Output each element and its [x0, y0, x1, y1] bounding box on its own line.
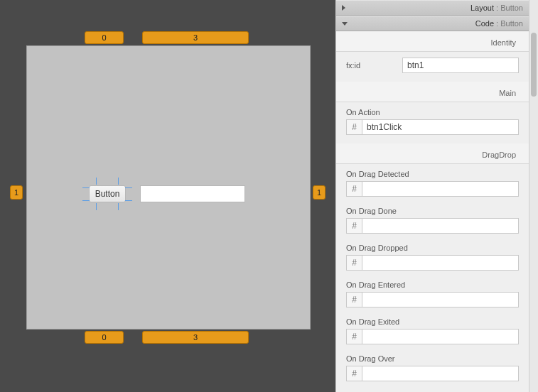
- event-field-input[interactable]: [362, 218, 519, 234]
- hash-icon: #: [346, 292, 362, 307]
- on-action-input[interactable]: [362, 119, 519, 135]
- event-field-label: On Drag Exited: [346, 317, 519, 326]
- event-field-label: On Drag Dropped: [346, 244, 519, 252]
- event-field-row: On Drag Exited#: [336, 312, 529, 349]
- event-field-input[interactable]: [362, 255, 519, 271]
- ruler-pill: 0: [85, 331, 124, 344]
- event-field-input[interactable]: [362, 292, 519, 307]
- hash-icon: #: [346, 255, 362, 271]
- design-canvas[interactable]: 03 1 1 Button 03: [0, 0, 335, 392]
- event-field-label: On Drag Over: [346, 354, 519, 363]
- ruler-right: 1: [313, 185, 326, 200]
- group-title-dragdrop: DragDrop: [336, 143, 529, 164]
- section-subtitle-layout: : Button: [494, 4, 523, 12]
- event-field-row: On Drag Entered#: [336, 275, 529, 312]
- event-field-label: On Drag Done: [346, 207, 519, 215]
- scrollbar-thumb[interactable]: [531, 33, 537, 97]
- event-field-row: On Drag Done#: [336, 201, 529, 238]
- content-pane[interactable]: Button: [26, 45, 311, 330]
- ruler-label: 3: [193, 33, 198, 42]
- ruler-label: 3: [193, 333, 198, 342]
- event-field-input[interactable]: [362, 329, 519, 344]
- event-field-row: On Drag Over#: [336, 349, 529, 386]
- inspector-scrollbar[interactable]: [529, 0, 538, 392]
- ruler-pill: 0: [85, 31, 124, 44]
- section-subtitle-code: : Button: [494, 19, 523, 28]
- ruler-label: 0: [102, 333, 106, 342]
- ruler-left: 1: [10, 185, 23, 200]
- event-field-input[interactable]: [362, 181, 519, 197]
- chevron-right-icon: [342, 5, 345, 11]
- event-field-row: On Drag Detected#: [336, 164, 529, 201]
- ruler-pill: 3: [142, 331, 249, 344]
- fxid-label: fx:id: [346, 61, 396, 70]
- on-action-label: On Action: [346, 108, 519, 116]
- chevron-down-icon: [342, 22, 348, 26]
- section-header-layout[interactable]: Layout : Button: [336, 0, 529, 16]
- code-section-body: Identity fx:id Main On Action # DragDrop…: [336, 31, 529, 386]
- ruler-left-label: 1: [14, 188, 18, 197]
- canvas-button-node[interactable]: Button: [89, 185, 126, 202]
- event-field-label: On Drag Entered: [346, 281, 519, 289]
- inspector-panel: Layout : Button Code : Button Identity f…: [335, 0, 538, 392]
- canvas-textfield-node[interactable]: [140, 185, 245, 202]
- hash-icon: #: [346, 218, 362, 234]
- group-title-identity: Identity: [336, 31, 529, 52]
- hash-icon: #: [346, 366, 362, 381]
- section-header-code[interactable]: Code : Button: [336, 16, 529, 31]
- section-title-layout: Layout: [470, 4, 494, 12]
- event-field-input[interactable]: [362, 366, 519, 381]
- section-title-code: Code: [475, 19, 494, 28]
- hash-icon: #: [346, 119, 362, 135]
- canvas-button-label: Button: [95, 189, 120, 199]
- ruler-label: 0: [102, 33, 106, 42]
- ruler-pill: 3: [142, 31, 249, 44]
- ruler-right-label: 1: [317, 188, 321, 197]
- event-field-label: On Drag Detected: [346, 170, 519, 178]
- group-title-main: Main: [336, 82, 529, 102]
- hash-icon: #: [346, 181, 362, 197]
- event-field-row: On Drag Dropped#: [336, 238, 529, 275]
- hash-icon: #: [346, 329, 362, 344]
- fxid-input[interactable]: [402, 58, 519, 73]
